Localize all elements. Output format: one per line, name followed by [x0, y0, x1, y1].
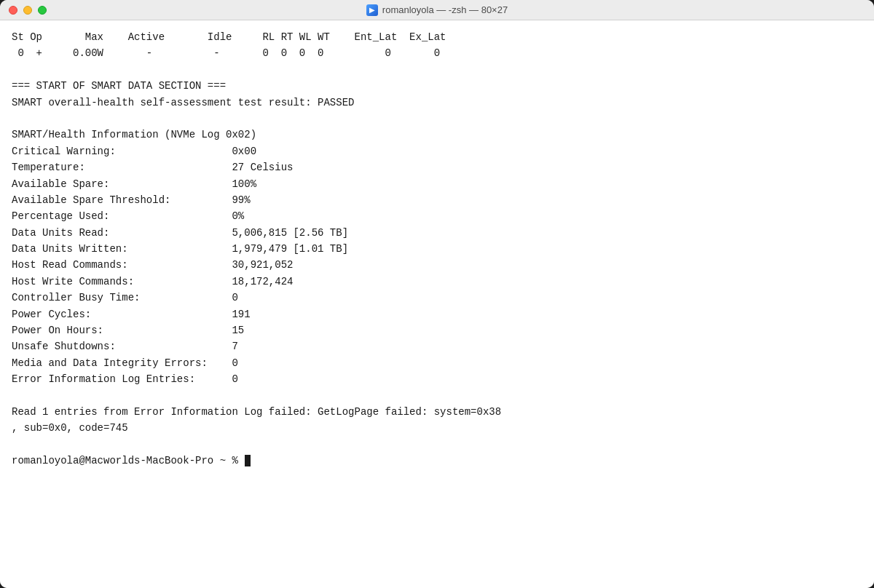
terminal-line: Media and Data Integrity Errors: 0 [12, 355, 862, 371]
title-text: romanloyola — -zsh — 80×27 [382, 4, 508, 15]
terminal-line: Unsafe Shutdowns: 7 [12, 338, 862, 354]
terminal-line-empty [12, 388, 862, 404]
terminal-line: Temperature: 27 Celsius [12, 159, 862, 175]
terminal-line-empty [12, 62, 862, 78]
terminal-line: 0 + 0.00W - - 0 0 0 0 0 0 [12, 45, 862, 61]
terminal-icon: ▶ [366, 4, 378, 16]
terminal-prompt-line: romanloyola@Macworlds-MacBook-Pro ~ % [12, 453, 862, 469]
terminal-line: St Op Max Active Idle RL RT WL WT Ent_La… [12, 29, 862, 45]
terminal-line: Power Cycles: 191 [12, 306, 862, 322]
terminal-window: ▶ romanloyola — -zsh — 80×27 St Op Max A… [0, 0, 874, 588]
maximize-button[interactable] [38, 6, 47, 15]
close-button[interactable] [9, 6, 17, 15]
minimize-button[interactable] [23, 6, 32, 15]
terminal-line: SMART/Health Information (NVMe Log 0x02) [12, 127, 862, 143]
terminal-cursor [245, 455, 251, 466]
terminal-line: Available Spare Threshold: 99% [12, 192, 862, 208]
titlebar: ▶ romanloyola — -zsh — 80×27 [0, 0, 874, 20]
terminal-line: Data Units Read: 5,006,815 [2.56 TB] [12, 225, 862, 241]
terminal-line: === START OF SMART DATA SECTION === [12, 78, 862, 94]
traffic-lights [9, 6, 47, 15]
terminal-line: Power On Hours: 15 [12, 322, 862, 338]
terminal-line: , sub=0x0, code=745 [12, 420, 862, 436]
terminal-line-empty [12, 437, 862, 453]
terminal-line: SMART overall-health self-assessment tes… [12, 95, 862, 111]
terminal-line: Error Information Log Entries: 0 [12, 371, 862, 387]
terminal-line: Host Read Commands: 30,921,052 [12, 257, 862, 273]
terminal-line: Critical Warning: 0x00 [12, 143, 862, 159]
terminal-line: Percentage Used: 0% [12, 208, 862, 224]
terminal-line: Data Units Written: 1,979,479 [1.01 TB] [12, 241, 862, 257]
terminal-line: Host Write Commands: 18,172,424 [12, 274, 862, 290]
terminal-line-empty [12, 111, 862, 127]
window-title: ▶ romanloyola — -zsh — 80×27 [366, 4, 508, 16]
terminal-line: Read 1 entries from Error Information Lo… [12, 404, 862, 420]
terminal-body[interactable]: St Op Max Active Idle RL RT WL WT Ent_La… [0, 20, 874, 588]
terminal-line: Controller Busy Time: 0 [12, 290, 862, 306]
terminal-line: Available Spare: 100% [12, 176, 862, 192]
